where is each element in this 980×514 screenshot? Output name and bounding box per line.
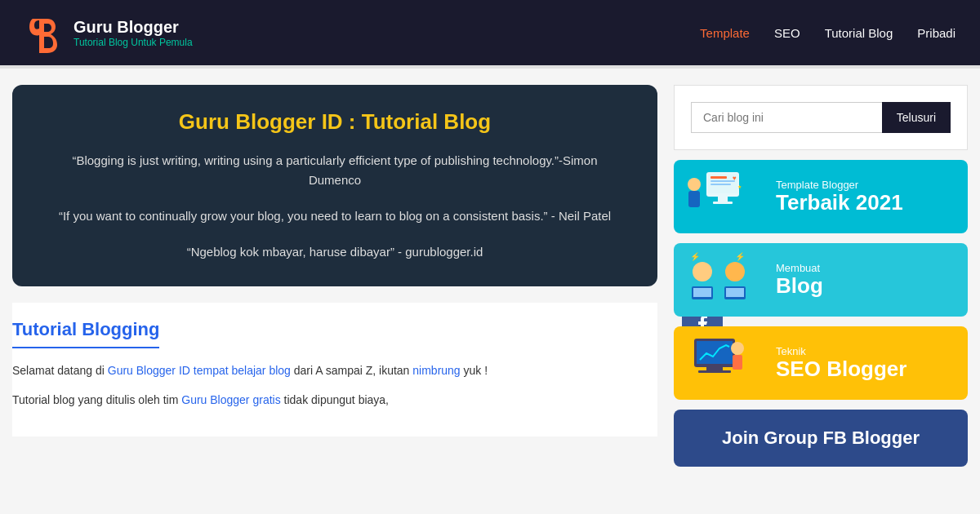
nav-seo[interactable]: SEO bbox=[774, 26, 800, 40]
seo-illustration-svg bbox=[682, 330, 755, 396]
svg-rect-18 bbox=[726, 288, 744, 297]
banner-seo-text: Teknik SEO Blogger bbox=[764, 337, 968, 389]
content-section: Tutorial Blogging Selamat datang di Guru… bbox=[12, 303, 657, 436]
template-illustration-svg: ♥ ★ bbox=[682, 164, 755, 229]
search-button[interactable]: Telusuri bbox=[882, 102, 951, 133]
svg-text:⚡: ⚡ bbox=[735, 251, 746, 262]
logo-area: Guru Blogger Tutorial Blog Untuk Pemula bbox=[24, 12, 193, 53]
link-nimbrung[interactable]: nimbrung bbox=[412, 364, 460, 377]
banner-blog-small: Membuat bbox=[776, 262, 956, 274]
svg-text:♥: ♥ bbox=[733, 175, 737, 182]
section-title-underline bbox=[12, 347, 159, 348]
search-input[interactable] bbox=[691, 102, 882, 133]
join-banner-text: Join Group FB Blogger bbox=[722, 428, 920, 448]
svg-rect-24 bbox=[698, 370, 731, 373]
banner-template-text: Template Blogger Terbaik 2021 bbox=[764, 171, 968, 223]
banner-template-small: Template Blogger bbox=[776, 179, 956, 191]
main-container: Guru Blogger ID : Tutorial Blog “Bloggin… bbox=[0, 69, 980, 483]
banner-template-illustration: ♥ ★ bbox=[674, 160, 764, 233]
blog-illustration-svg: ⚡ ⚡ bbox=[682, 247, 755, 312]
svg-rect-8 bbox=[688, 191, 700, 207]
svg-rect-22 bbox=[733, 355, 742, 370]
banner-blog-illustration: ⚡ ⚡ bbox=[674, 243, 764, 317]
site-header: Guru Blogger Tutorial Blog Untuk Pemula … bbox=[0, 0, 980, 65]
svg-rect-16 bbox=[693, 288, 711, 297]
nav-pribadi[interactable]: Pribadi bbox=[917, 26, 956, 40]
svg-point-21 bbox=[731, 342, 744, 355]
logo-icon bbox=[24, 12, 65, 53]
hero-quote-1: “Blogging is just writing, writing using… bbox=[45, 151, 625, 190]
svg-rect-2 bbox=[718, 197, 728, 202]
svg-point-7 bbox=[688, 178, 701, 191]
svg-rect-23 bbox=[706, 367, 723, 370]
svg-point-12 bbox=[725, 262, 745, 281]
hero-banner: Guru Blogger ID : Tutorial Blog “Bloggin… bbox=[12, 85, 657, 286]
svg-rect-4 bbox=[710, 176, 727, 179]
section-paragraph-2: Tutorial blog yang ditulis oleh tim Guru… bbox=[12, 391, 657, 410]
search-box: Telusuri bbox=[674, 85, 968, 150]
link-gratis[interactable]: gratis bbox=[252, 393, 280, 406]
logo-title: Guru Blogger bbox=[74, 17, 193, 37]
hero-quote-2: “If you want to continually grow your bl… bbox=[45, 206, 625, 226]
banner-seo-illustration bbox=[674, 326, 764, 400]
banner-blog[interactable]: ⚡ ⚡ Membuat Blog bbox=[674, 243, 968, 317]
right-sidebar: Telusuri bbox=[674, 85, 968, 467]
link-guru-blogger-2[interactable]: Guru Blogger bbox=[181, 393, 249, 406]
nav-tutorial-blog[interactable]: Tutorial Blog bbox=[825, 26, 893, 40]
main-nav: Template SEO Tutorial Blog Pribadi bbox=[700, 26, 956, 40]
hero-quote-3: “Ngeblog kok mbayar, haruse dibayar” - g… bbox=[45, 242, 625, 262]
section-title: Tutorial Blogging bbox=[12, 319, 657, 340]
banner-seo-small: Teknik bbox=[776, 345, 956, 357]
nav-template[interactable]: Template bbox=[700, 26, 750, 40]
svg-rect-20 bbox=[697, 341, 733, 364]
svg-text:⚡: ⚡ bbox=[690, 251, 701, 262]
link-guru-blogger[interactable]: Guru Blogger ID tempat belajar blog bbox=[108, 364, 291, 377]
svg-text:★: ★ bbox=[737, 184, 742, 189]
section-paragraph-1: Selamat datang di Guru Blogger ID tempat… bbox=[12, 361, 657, 381]
banner-blog-text: Membuat Blog bbox=[764, 254, 968, 306]
left-content: Guru Blogger ID : Tutorial Blog “Bloggin… bbox=[12, 85, 657, 467]
banner-template-big: Terbaik 2021 bbox=[776, 191, 956, 215]
hero-title: Guru Blogger ID : Tutorial Blog bbox=[45, 109, 625, 135]
logo-subtitle: Tutorial Blog Untuk Pemula bbox=[74, 37, 193, 48]
svg-point-11 bbox=[693, 262, 712, 281]
join-banner[interactable]: Join Group FB Blogger bbox=[674, 410, 968, 467]
svg-rect-5 bbox=[710, 180, 735, 182]
banner-template[interactable]: ♥ ★ Template Blogger Terbaik 2021 bbox=[674, 160, 968, 233]
banner-blog-big: Blog bbox=[776, 274, 956, 298]
svg-rect-3 bbox=[713, 202, 733, 204]
banner-seo[interactable]: Teknik SEO Blogger bbox=[674, 326, 968, 400]
svg-rect-6 bbox=[710, 184, 731, 185]
banner-seo-big: SEO Blogger bbox=[776, 357, 956, 381]
logo-text-area: Guru Blogger Tutorial Blog Untuk Pemula bbox=[74, 17, 193, 48]
